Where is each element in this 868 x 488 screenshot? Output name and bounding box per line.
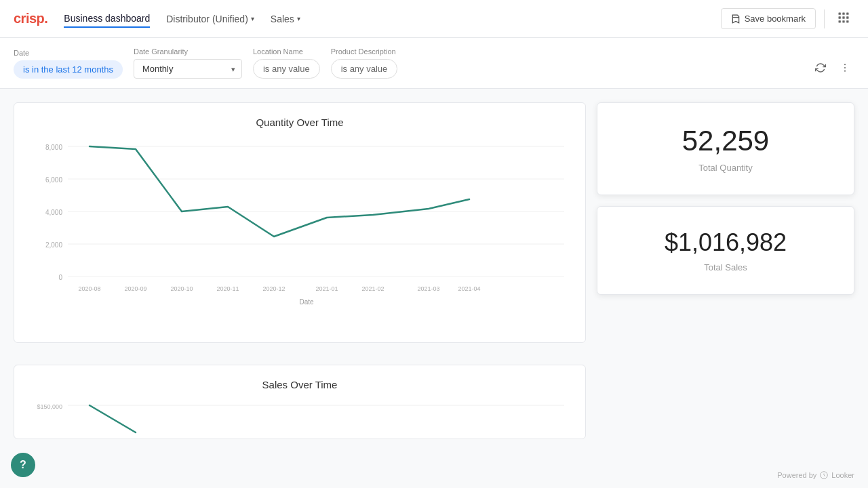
svg-text:2021-02: 2021-02 [361, 285, 384, 292]
header-left: crisp. Business dashboard Distributor (U… [14, 10, 300, 28]
divider [824, 9, 825, 28]
svg-rect-2 [846, 13, 848, 15]
svg-text:2020-12: 2020-12 [262, 285, 285, 292]
chevron-down-icon: ▾ [251, 15, 254, 22]
svg-point-10 [844, 67, 846, 68]
logo-text: crisp. [14, 11, 47, 26]
looker-icon [819, 470, 829, 480]
svg-point-9 [844, 64, 846, 65]
location-filter-button[interactable]: is any value [253, 59, 320, 79]
svg-text:2020-11: 2020-11 [216, 285, 239, 292]
total-sales-card: $1,016,982 Total Sales [597, 206, 854, 295]
header: crisp. Business dashboard Distributor (U… [0, 0, 868, 38]
filter-actions [811, 60, 854, 79]
nav-sales[interactable]: Sales ▾ [271, 11, 300, 27]
quantity-chart-svg: Total Quantity 8,000 6,000 4,000 2,000 0 [28, 136, 572, 326]
granularity-filter-label: Date Granularity [134, 47, 242, 56]
product-filter-group: Product Description is any value [331, 47, 398, 79]
svg-text:2020-10: 2020-10 [170, 285, 193, 292]
total-quantity-label: Total Quantity [698, 163, 753, 173]
save-bookmark-button[interactable]: Save bookmark [721, 8, 816, 29]
granularity-select[interactable]: Monthly [134, 59, 242, 79]
svg-rect-3 [839, 16, 841, 18]
grid-icon [837, 11, 850, 24]
svg-rect-7 [842, 20, 844, 22]
more-options-button[interactable] [835, 60, 854, 79]
granularity-filter-group: Date Granularity Monthly [134, 47, 242, 79]
refresh-icon [815, 62, 826, 73]
content-grid: Quantity Over Time Total Quantity 8,000 … [14, 102, 854, 450]
help-button[interactable]: ? [11, 453, 35, 477]
granularity-select-wrapper: Monthly [134, 59, 242, 79]
location-filter-label: Location Name [253, 47, 320, 56]
svg-text:2021-01: 2021-01 [315, 285, 338, 292]
svg-rect-6 [839, 20, 841, 22]
sales-chart-title: Sales Over Time [28, 379, 572, 390]
looker-label: Looker [831, 471, 854, 479]
svg-text:6,000: 6,000 [45, 176, 62, 184]
total-quantity-card: 52,259 Total Quantity [597, 102, 854, 195]
product-filter-label: Product Description [331, 47, 398, 56]
quantity-chart-title: Quantity Over Time [28, 117, 572, 128]
save-bookmark-label: Save bookmark [745, 14, 806, 24]
svg-rect-5 [846, 16, 848, 18]
svg-text:2,000: 2,000 [45, 241, 62, 249]
svg-rect-8 [846, 20, 848, 22]
svg-point-11 [844, 70, 846, 72]
total-quantity-value: 52,259 [682, 125, 769, 157]
nav-distributor[interactable]: Distributor (Unified) ▾ [166, 11, 254, 27]
svg-text:Date: Date [299, 298, 314, 306]
svg-text:8,000: 8,000 [45, 144, 62, 151]
product-filter-button[interactable]: is any value [331, 59, 398, 79]
charts-column: Quantity Over Time Total Quantity 8,000 … [14, 102, 586, 450]
svg-rect-4 [842, 16, 844, 18]
svg-rect-1 [842, 13, 844, 15]
svg-rect-0 [839, 13, 841, 15]
logo: crisp. [14, 11, 47, 26]
date-filter-group: Date is in the last 12 months [14, 49, 123, 79]
svg-text:4,000: 4,000 [45, 209, 62, 216]
chevron-down-icon: ▾ [297, 15, 300, 22]
nav-business-dashboard[interactable]: Business dashboard [64, 10, 150, 28]
svg-text:0: 0 [58, 274, 62, 281]
svg-text:2021-04: 2021-04 [458, 285, 480, 292]
main-content: Quantity Over Time Total Quantity 8,000 … [0, 89, 868, 450]
svg-text:$150,000: $150,000 [37, 403, 62, 410]
sales-chart-card: Sales Over Time $150,000 [14, 365, 586, 439]
total-sales-label: Total Sales [704, 262, 747, 272]
apps-menu-button[interactable] [833, 7, 854, 30]
sales-chart-svg: $150,000 [28, 399, 572, 439]
quantity-chart-card: Quantity Over Time Total Quantity 8,000 … [14, 102, 586, 343]
date-filter-label: Date [14, 49, 123, 57]
powered-by: Powered by Looker [777, 470, 854, 480]
bookmark-icon [731, 14, 741, 24]
svg-text:2020-09: 2020-09 [124, 285, 146, 292]
refresh-button[interactable] [811, 60, 830, 79]
more-options-icon [840, 62, 850, 73]
header-right: Save bookmark [721, 7, 854, 30]
powered-by-text: Powered by [777, 471, 816, 479]
date-filter-chip[interactable]: is in the last 12 months [14, 60, 123, 79]
help-icon: ? [20, 459, 26, 471]
stats-column: 52,259 Total Quantity $1,016,982 Total S… [597, 102, 854, 450]
location-filter-group: Location Name is any value [253, 47, 320, 79]
filters-bar: Date is in the last 12 months Date Granu… [0, 38, 868, 89]
svg-text:2021-03: 2021-03 [417, 285, 439, 292]
svg-text:2020-08: 2020-08 [78, 285, 100, 292]
total-sales-value: $1,016,982 [665, 228, 787, 257]
